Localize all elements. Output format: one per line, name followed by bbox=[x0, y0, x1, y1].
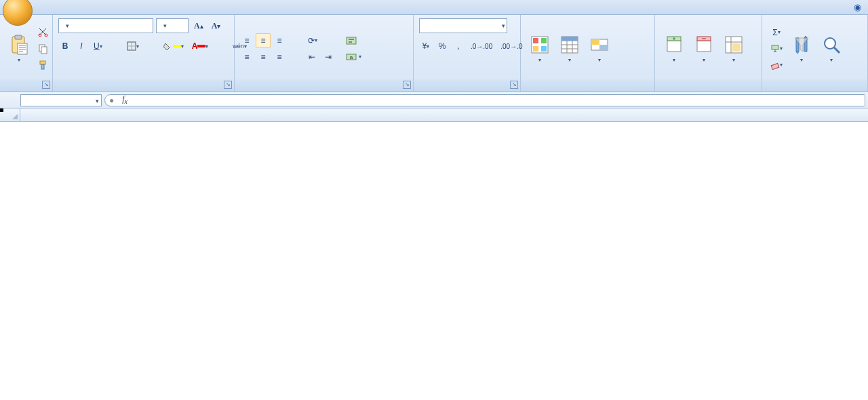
italic-button[interactable]: I bbox=[74, 39, 89, 54]
svg-rect-10 bbox=[347, 37, 356, 44]
insert-icon bbox=[663, 34, 685, 56]
cell-style-icon bbox=[589, 34, 610, 56]
select-all-corner[interactable] bbox=[0, 108, 20, 122]
eraser-icon bbox=[770, 60, 780, 70]
orientation-button[interactable]: ⟳▾ bbox=[304, 33, 321, 48]
group-label-styles bbox=[521, 79, 654, 92]
svg-rect-7 bbox=[40, 61, 45, 64]
clear-button[interactable]: ▾ bbox=[767, 58, 786, 73]
cond-format-icon bbox=[529, 34, 551, 56]
svg-rect-28 bbox=[732, 43, 741, 52]
merge-center-button[interactable]: a ▾ bbox=[342, 49, 417, 64]
format-cells-button[interactable]: ▾ bbox=[719, 33, 749, 64]
copy-button[interactable] bbox=[35, 41, 52, 56]
clipboard-icon bbox=[8, 34, 30, 56]
indent-dec-button[interactable]: ⇤ bbox=[304, 49, 319, 64]
paste-button[interactable]: ▾ bbox=[4, 33, 34, 64]
separator bbox=[107, 39, 122, 54]
ribbon: ▾ ↘ ▾ ▾ A▴ A▾ B I U▾ ▾ bbox=[0, 15, 868, 92]
conditional-format-button[interactable]: ▾ bbox=[525, 33, 555, 64]
svg-rect-30 bbox=[771, 63, 778, 69]
underline-button[interactable]: U▾ bbox=[90, 39, 106, 54]
formula-bar[interactable]: ● fx bbox=[104, 94, 865, 106]
svg-rect-22 bbox=[599, 45, 608, 50]
formula-buttons: ● bbox=[105, 96, 118, 105]
wrap-icon bbox=[346, 35, 357, 46]
percent-button[interactable]: % bbox=[435, 39, 450, 54]
align-left-button[interactable]: ≡ bbox=[239, 49, 254, 64]
svg-rect-8 bbox=[41, 64, 44, 69]
separator bbox=[213, 39, 228, 54]
format-painter-button[interactable] bbox=[35, 58, 52, 73]
font-size-combo[interactable]: ▾ bbox=[156, 18, 189, 33]
table-style-icon bbox=[559, 34, 580, 56]
wrap-text-button[interactable] bbox=[342, 33, 417, 48]
delete-cells-button[interactable]: ▾ bbox=[689, 33, 719, 64]
border-icon bbox=[127, 41, 136, 51]
svg-rect-2 bbox=[18, 43, 27, 54]
autosum-button[interactable]: Σ▾ bbox=[767, 25, 786, 40]
align-top-button[interactable]: ≡ bbox=[239, 33, 254, 48]
separator bbox=[144, 39, 159, 54]
bold-button[interactable]: B bbox=[58, 39, 73, 54]
bucket-icon bbox=[163, 41, 173, 51]
chevron-down-icon: ▾ bbox=[18, 57, 20, 63]
find-icon bbox=[821, 34, 842, 56]
cell-styles-button[interactable]: ▾ bbox=[585, 33, 614, 64]
name-box[interactable]: ▾ bbox=[20, 94, 102, 106]
ribbon-tabs bbox=[0, 0, 868, 15]
formula-bar-row: ▾ ● fx bbox=[0, 92, 868, 108]
fx-icon[interactable]: fx bbox=[118, 94, 132, 105]
align-bottom-button[interactable]: ≡ bbox=[272, 33, 287, 48]
font-color-button[interactable]: A▾ bbox=[189, 39, 212, 54]
svg-rect-25 bbox=[697, 41, 711, 52]
dialog-launcher[interactable]: ↘ bbox=[510, 81, 518, 89]
group-label-cells bbox=[655, 79, 762, 92]
shrink-font-button[interactable]: A▾ bbox=[208, 18, 224, 33]
format-as-table-button[interactable]: ▾ bbox=[555, 33, 585, 64]
spreadsheet-grid[interactable] bbox=[0, 108, 868, 400]
svg-rect-6 bbox=[41, 47, 47, 54]
dialog-launcher[interactable]: ↘ bbox=[403, 81, 411, 89]
column-headers[interactable] bbox=[20, 108, 868, 122]
separator bbox=[288, 33, 303, 48]
align-middle-button[interactable]: ≡ bbox=[256, 33, 271, 48]
inc-decimal-button[interactable]: .0→.00 bbox=[467, 39, 496, 54]
comma-button[interactable]: , bbox=[451, 39, 466, 54]
dialog-launcher[interactable]: ↘ bbox=[42, 81, 50, 89]
help-icon[interactable]: ◉ bbox=[854, 2, 861, 12]
sort-filter-button[interactable]: ▾ bbox=[787, 33, 816, 64]
svg-rect-29 bbox=[772, 45, 778, 49]
insert-cells-button[interactable]: ▾ bbox=[659, 33, 689, 64]
svg-rect-19 bbox=[561, 37, 578, 41]
svg-rect-21 bbox=[591, 39, 599, 45]
svg-rect-15 bbox=[541, 38, 547, 43]
scissors-icon bbox=[38, 27, 49, 38]
brush-icon bbox=[38, 60, 49, 71]
group-label-clipboard: ↘ bbox=[0, 79, 52, 92]
svg-rect-16 bbox=[533, 46, 538, 52]
cut-button[interactable] bbox=[35, 25, 52, 40]
svg-point-31 bbox=[825, 38, 835, 49]
border-button[interactable]: ▾ bbox=[123, 39, 142, 54]
cells-area[interactable] bbox=[20, 122, 868, 400]
sort-icon bbox=[791, 34, 812, 56]
find-select-button[interactable]: ▾ bbox=[816, 33, 846, 64]
fill-button[interactable]: ▾ bbox=[767, 41, 786, 56]
align-right-button[interactable]: ≡ bbox=[272, 49, 287, 64]
dialog-launcher[interactable]: ↘ bbox=[224, 81, 232, 89]
currency-button[interactable]: ¥▾ bbox=[418, 39, 433, 54]
grow-font-button[interactable]: A▴ bbox=[191, 18, 207, 33]
indent-inc-button[interactable]: ⇥ bbox=[321, 49, 336, 64]
svg-rect-1 bbox=[15, 35, 22, 39]
number-format-combo[interactable]: ▾ bbox=[419, 18, 507, 33]
delete-icon bbox=[693, 34, 715, 56]
group-label-editing bbox=[762, 79, 867, 92]
font-name-combo[interactable]: ▾ bbox=[58, 18, 153, 33]
svg-rect-14 bbox=[533, 38, 538, 43]
fill-color-button[interactable]: ▾ bbox=[160, 39, 187, 54]
align-center-button[interactable]: ≡ bbox=[256, 49, 271, 64]
merge-icon: a bbox=[346, 52, 357, 62]
format-icon bbox=[723, 34, 745, 56]
svg-text:a: a bbox=[350, 54, 353, 60]
